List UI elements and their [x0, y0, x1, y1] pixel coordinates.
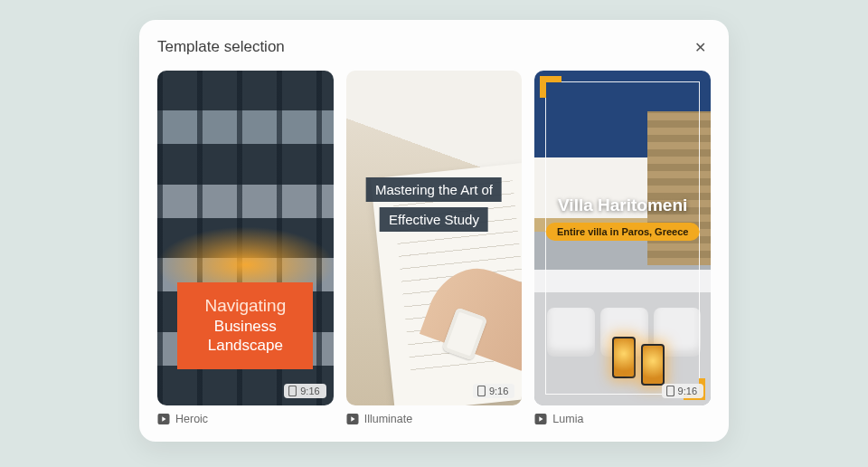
template-thumbnail: Navigating Business Landscape 9:16	[157, 71, 334, 405]
svg-rect-0	[289, 386, 297, 396]
template-card-heroic[interactable]: Navigating Business Landscape 9:16 Heroi…	[157, 71, 334, 425]
play-icon	[157, 413, 170, 425]
decorative-stone-wall	[647, 111, 711, 265]
aspect-ratio-text: 9:16	[678, 386, 697, 396]
template-name: Illuminate	[364, 413, 413, 425]
template-selection-modal: Template selection ✕ Navigating Business…	[139, 20, 729, 442]
svg-rect-4	[666, 386, 674, 396]
aspect-ratio-text: 9:16	[300, 386, 319, 396]
title-line: Business	[184, 317, 306, 336]
template-card-lumia[interactable]: Villa Haritomeni Entire villa in Paros, …	[534, 71, 711, 425]
frame-corner-icon	[540, 76, 561, 98]
close-icon: ✕	[694, 39, 706, 56]
template-card-footer: Illuminate	[346, 413, 523, 425]
portrait-icon	[477, 386, 486, 396]
aspect-ratio-badge: 9:16	[284, 384, 326, 398]
modal-title: Template selection	[157, 38, 285, 56]
close-button[interactable]: ✕	[689, 36, 711, 58]
decorative-lantern	[641, 344, 665, 386]
thumbnail-overlay: Villa Haritomeni Entire villa in Paros, …	[534, 195, 711, 241]
template-card-illuminate[interactable]: Mastering the Art of Effective Study 9:1…	[346, 71, 523, 425]
modal-header: Template selection ✕	[157, 36, 711, 58]
template-card-list: Navigating Business Landscape 9:16 Heroi…	[157, 71, 711, 425]
aspect-ratio-badge: 9:16	[473, 384, 514, 398]
template-thumbnail: Mastering the Art of Effective Study 9:1…	[346, 71, 523, 405]
template-thumbnail: Villa Haritomeni Entire villa in Paros, …	[534, 71, 711, 405]
title-line: Navigating	[184, 295, 306, 317]
template-card-footer: Lumia	[534, 413, 711, 425]
template-name: Heroic	[175, 413, 208, 425]
thumbnail-title-box: Navigating Business Landscape	[177, 282, 313, 369]
aspect-ratio-badge: 9:16	[662, 384, 703, 398]
overlay-subtitle-pill: Entire villa in Paros, Greece	[546, 223, 700, 241]
svg-rect-2	[477, 386, 485, 396]
title-line: Landscape	[184, 336, 306, 355]
overlay-line: Mastering the Art of	[366, 177, 502, 202]
template-name: Lumia	[552, 413, 583, 425]
portrait-icon	[288, 386, 297, 396]
overlay-title: Villa Haritomeni	[534, 195, 711, 215]
template-card-footer: Heroic	[157, 413, 334, 425]
aspect-ratio-text: 9:16	[489, 386, 508, 396]
decorative-lantern	[612, 337, 636, 378]
play-icon	[346, 413, 359, 425]
thumbnail-overlay: Mastering the Art of Effective Study	[346, 175, 523, 234]
overlay-line: Effective Study	[380, 207, 488, 232]
portrait-icon	[666, 386, 675, 396]
play-icon	[534, 413, 547, 425]
